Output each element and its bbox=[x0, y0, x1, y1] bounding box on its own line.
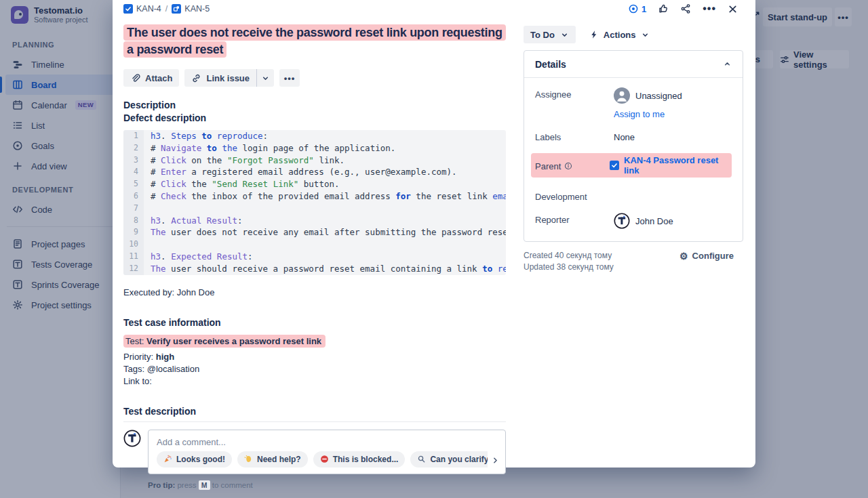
share-icon[interactable] bbox=[680, 3, 691, 14]
line-number: 7 bbox=[123, 203, 144, 215]
line-number: 8 bbox=[123, 215, 144, 227]
link-issue-dropdown[interactable] bbox=[256, 69, 274, 87]
status-row: To Do Actions bbox=[524, 26, 743, 43]
line-number: 2 bbox=[123, 142, 144, 154]
test-description-heading: Test description bbox=[123, 406, 506, 417]
chevron-up-icon bbox=[723, 60, 732, 68]
divider bbox=[123, 421, 506, 422]
link-to-line: Link to: bbox=[123, 375, 506, 388]
gear-icon: ⚙ bbox=[679, 251, 688, 261]
tags-line: Tags: @localisation bbox=[123, 363, 506, 375]
line-number: 3 bbox=[123, 154, 144, 167]
status-dropdown[interactable]: To Do bbox=[524, 26, 576, 43]
watch-count: 1 bbox=[642, 4, 646, 14]
task-type-icon bbox=[123, 4, 133, 14]
line-number: 10 bbox=[123, 238, 144, 251]
description-heading: Description bbox=[123, 100, 506, 110]
app-root: { "sidebar": { "project_name": "Testomat… bbox=[0, 0, 868, 498]
test-name-line: Test: Verify user receives a password re… bbox=[123, 335, 506, 348]
pro-tip: Pro tip: press M to comment bbox=[148, 480, 506, 490]
parent-field: Parent KAN-4 Password reset link bbox=[535, 153, 732, 178]
attach-button[interactable]: Attach bbox=[123, 69, 179, 87]
development-field: Development bbox=[535, 190, 732, 202]
lightning-icon bbox=[589, 30, 599, 39]
code-block[interactable]: 1h3. Steps to reproduce:2# Navigate to t… bbox=[123, 130, 506, 275]
code-line: 9The user does not receive any email aft… bbox=[123, 226, 506, 238]
parent-issue-link[interactable]: KAN-4 Password reset link bbox=[610, 155, 726, 175]
code-line: 1h3. Steps to reproduce: bbox=[123, 130, 506, 142]
eye-icon bbox=[628, 3, 639, 14]
test-case-info-heading: Test case information bbox=[123, 317, 506, 328]
code-line: 11h3. Expected Result: bbox=[123, 251, 506, 263]
comment-input[interactable]: Add a comment... Looks good!Need help?Th… bbox=[148, 430, 506, 474]
line-number: 9 bbox=[123, 226, 144, 238]
code-line: 6# Check the inbox of the provided email… bbox=[123, 190, 506, 203]
more-actions-icon[interactable]: ••• bbox=[703, 3, 716, 15]
assign-to-me-link[interactable]: Assign to me bbox=[614, 109, 682, 119]
pills-scroll-right-icon[interactable] bbox=[491, 456, 500, 465]
no-entry-icon bbox=[320, 455, 329, 463]
reporter-avatar bbox=[614, 213, 630, 229]
issue-modal: KAN-4 / KAN-5 1 ••• The user does not re… bbox=[113, 0, 755, 468]
issue-meta: Created 40 секунд тому Updated 38 секунд… bbox=[524, 250, 743, 272]
assignee-field: Assignee Unassigned Assign to me bbox=[535, 87, 732, 119]
code-line: 8h3. Actual Result: bbox=[123, 215, 506, 227]
breadcrumb-parent[interactable]: KAN-4 bbox=[123, 4, 161, 14]
code-line: 3# Click on the "Forgot Password" link. bbox=[123, 154, 506, 167]
quick-reply-row: Looks good!Need help?This is blocked...C… bbox=[157, 451, 488, 468]
toolbar-more-button[interactable]: ••• bbox=[279, 69, 300, 87]
comment-section: Add a comment... Looks good!Need help?Th… bbox=[123, 430, 506, 474]
paperclip-icon bbox=[130, 73, 140, 83]
defect-description-heading: Defect description bbox=[123, 112, 506, 123]
quick-reply-pill[interactable]: Can you clarify...? bbox=[410, 451, 488, 468]
party-popper-icon bbox=[163, 455, 172, 463]
code-line: 12The user should receive a password res… bbox=[123, 263, 506, 275]
labels-field: Labels None bbox=[535, 130, 732, 142]
line-number: 11 bbox=[123, 251, 144, 263]
like-button[interactable] bbox=[658, 3, 669, 14]
code-line: 2# Navigate to the login page of the app… bbox=[123, 142, 506, 154]
code-line: 7 bbox=[123, 203, 506, 215]
breadcrumb: KAN-4 / KAN-5 bbox=[123, 4, 210, 14]
task-type-icon bbox=[610, 161, 619, 170]
issue-side-column: To Do Actions Details Assignee bbox=[524, 18, 743, 272]
link-issue-split-button: Link issue bbox=[184, 69, 274, 87]
close-icon[interactable] bbox=[728, 4, 738, 14]
executed-by-text: Executed by: John Doe bbox=[123, 287, 506, 297]
modal-header-actions: 1 ••• bbox=[628, 3, 738, 15]
line-number: 6 bbox=[123, 190, 144, 203]
quick-reply-pill[interactable]: Looks good! bbox=[157, 451, 232, 468]
modal-header: KAN-4 / KAN-5 1 ••• bbox=[123, 2, 738, 16]
quick-reply-pill[interactable]: This is blocked... bbox=[313, 451, 406, 468]
unassigned-avatar-icon bbox=[614, 87, 630, 104]
configure-button[interactable]: ⚙ Configure bbox=[679, 251, 734, 262]
priority-line: Priority: high bbox=[123, 351, 506, 363]
breadcrumb-separator: / bbox=[165, 4, 167, 14]
line-number: 12 bbox=[123, 263, 144, 275]
line-number: 5 bbox=[123, 178, 144, 190]
details-header[interactable]: Details bbox=[524, 51, 743, 78]
details-card: Details Assignee Unassigned Assign to me bbox=[524, 50, 743, 242]
reporter-field: Reporter John Doe bbox=[535, 213, 732, 229]
code-line: 5# Click the "Send Reset Link" button. bbox=[123, 178, 506, 190]
info-icon bbox=[564, 162, 572, 170]
link-issue-button[interactable]: Link issue bbox=[184, 69, 256, 87]
pill-label: This is blocked... bbox=[333, 455, 399, 464]
user-avatar bbox=[123, 430, 141, 474]
waving-hand-icon bbox=[244, 455, 253, 463]
issue-toolbar: Attach Link issue ••• bbox=[123, 69, 506, 87]
pill-label: Looks good! bbox=[176, 455, 225, 464]
pill-label: Can you clarify...? bbox=[430, 455, 488, 464]
pill-label: Need help? bbox=[257, 455, 301, 464]
code-line: 4# Enter a registered email address (e.g… bbox=[123, 166, 506, 178]
breadcrumb-current[interactable]: KAN-5 bbox=[172, 4, 210, 14]
keyboard-shortcut-m: M bbox=[199, 480, 210, 490]
watch-button[interactable]: 1 bbox=[628, 3, 646, 14]
quick-reply-pill[interactable]: Need help? bbox=[237, 451, 308, 468]
comment-placeholder: Add a comment... bbox=[157, 437, 497, 447]
link-icon bbox=[191, 73, 201, 83]
issue-title[interactable]: The user does not receive the password r… bbox=[123, 24, 506, 58]
actions-dropdown[interactable]: Actions bbox=[585, 26, 654, 43]
line-number: 4 bbox=[123, 166, 144, 178]
issue-main-column: The user does not receive the password r… bbox=[123, 18, 506, 490]
